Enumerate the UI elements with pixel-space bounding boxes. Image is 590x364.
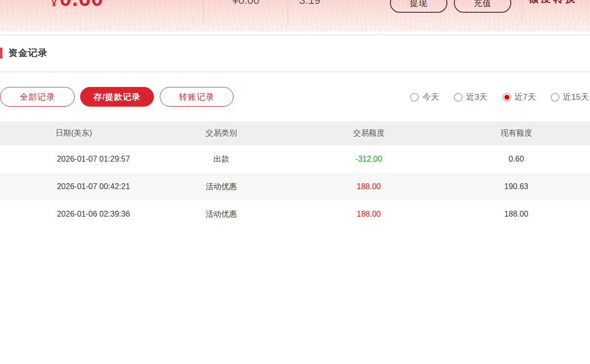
table-row: 2026-01-07 01:29:57 出款 -312.00 0.60 [0,145,590,173]
cell-date: 2026-01-07 01:29:57 [0,145,148,173]
table-header-row: 日期(美东) 交易类别 交易额度 现有额度 [0,121,590,145]
cell-amount: 188.00 [295,173,442,200]
range-last-7-days[interactable]: 近7天 [502,91,536,103]
tab-transfer-records[interactable]: 转账记录 [160,87,234,107]
cell-type: 出款 [148,145,295,173]
column-header-date: 日期(美东) [0,121,148,145]
page-title: 资金记录 [8,47,48,59]
column-header-type: 交易类别 [148,121,295,145]
banner-divider [522,0,523,21]
wallet-banner: ¥ 0.60 ¥0.00 3.19 提现 充值 额度转换 [0,0,590,31]
cell-balance: 0.60 [442,145,590,173]
main-balance-value: 0.60 [59,0,104,11]
range-label: 近3天 [466,91,487,103]
cell-amount: -312.00 [295,145,442,173]
radio-checked-icon [502,93,511,102]
range-label: 今天 [422,91,439,103]
cell-balance: 188.00 [442,200,590,228]
radio-icon [551,93,560,102]
tab-deposit-withdraw-records[interactable]: 存/提款记录 [80,87,154,107]
cell-date: 2026-01-07 00:42:21 [0,173,148,200]
banner-right-link[interactable]: 额度转换 [529,0,578,5]
currency-symbol: ¥ [52,0,57,9]
cell-balance: 190.63 [442,173,590,200]
section-header: 资金记录 [0,47,590,59]
range-last-15-days[interactable]: 近15天 [551,91,589,103]
tab-all-records[interactable]: 全部记录 [0,87,75,107]
deposit-button[interactable]: 充值 [454,0,511,13]
cell-type: 活动优惠 [148,200,295,228]
title-accent-bar [0,48,2,58]
column-header-balance: 现有额度 [442,121,590,145]
range-label: 近15天 [563,91,589,103]
banner-bottom-shadow [0,34,590,36]
range-last-3-days[interactable]: 近3天 [454,91,487,103]
cell-date: 2026-01-06 02:39:36 [0,200,148,228]
radio-icon [454,93,463,102]
points-value: 3.19 [288,0,332,7]
column-header-amount: 交易额度 [295,121,442,145]
cell-type: 活动优惠 [148,173,295,200]
radio-icon [410,93,419,102]
main-balance: ¥ 0.60 [52,0,104,11]
range-label: 近7天 [515,91,536,103]
banner-divider [203,0,204,24]
transactions-table: 日期(美东) 交易类别 交易额度 现有额度 2026-01-07 01:29:5… [0,121,590,228]
secondary-balance-value: ¥0.00 [206,0,285,7]
funds-record-page: ¥ 0.60 ¥0.00 3.19 提现 充值 额度转换 资金记录 全部记录 存… [0,0,590,364]
section-divider [0,72,590,72]
date-range-group: 今天 近3天 近7天 近15天 [410,91,589,103]
table-row: 2026-01-06 02:39:36 活动优惠 188.00 188.00 [0,200,590,228]
table-row: 2026-01-07 00:42:21 活动优惠 188.00 190.63 [0,173,590,200]
withdraw-button[interactable]: 提现 [390,0,447,13]
cell-amount: 188.00 [295,200,442,228]
range-today[interactable]: 今天 [410,91,439,103]
